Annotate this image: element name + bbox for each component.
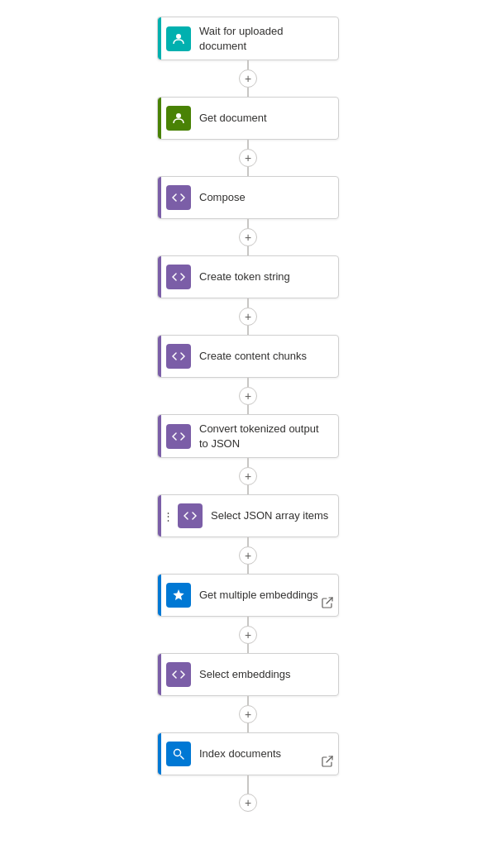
step-card-select-embeddings[interactable]: Select embeddings <box>157 653 339 696</box>
step-card-index-documents[interactable]: Index documents <box>157 732 339 775</box>
flow-container: Wait for uploaded document+Get document+… <box>0 17 496 812</box>
add-step-button[interactable]: + <box>239 626 257 644</box>
select-embeddings-label: Select embeddings <box>199 667 291 682</box>
svg-line-2 <box>327 598 332 603</box>
connector-line-bottom <box>247 565 249 574</box>
select-json-array-items-icon <box>178 503 203 528</box>
connector-line-top <box>247 219 249 228</box>
convert-tokenized-output-label: Convert tokenized output to JSON <box>199 422 330 451</box>
connector-2: + <box>239 219 257 255</box>
svg-point-3 <box>174 750 181 756</box>
connector-4: + <box>239 378 257 414</box>
compose-label: Compose <box>199 190 246 205</box>
dots-icon: ⋮ <box>163 510 174 522</box>
add-step-button[interactable]: + <box>239 467 257 485</box>
step-card-get-document[interactable]: Get document <box>157 97 339 140</box>
link-icon <box>322 597 333 611</box>
convert-tokenized-output-icon <box>166 424 191 449</box>
select-embeddings-icon <box>166 662 191 687</box>
step-wrapper-index-documents: Index documents <box>157 732 339 775</box>
svg-line-4 <box>327 756 332 762</box>
wait-for-uploaded-document-label: Wait for uploaded document <box>199 24 330 53</box>
connector-line-top <box>247 140 249 149</box>
get-document-label: Get document <box>199 111 267 126</box>
create-content-chunks-label: Create content chunks <box>199 349 307 364</box>
connector-7: + <box>239 617 257 653</box>
link-icon <box>322 756 333 770</box>
connector-8: + <box>239 696 257 732</box>
connector-line-top <box>247 60 249 69</box>
add-step-button[interactable]: + <box>239 794 257 812</box>
step-wrapper-get-multiple-embeddings: Get multiple embeddings <box>157 574 339 617</box>
connector-0: + <box>239 60 257 97</box>
connector-3: + <box>239 298 257 335</box>
step-card-create-token-string[interactable]: Create token string <box>157 255 339 298</box>
connector-line-top <box>247 617 249 626</box>
add-step-button[interactable]: + <box>239 387 257 405</box>
add-step-button[interactable]: + <box>239 69 257 88</box>
step-wrapper-convert-tokenized-output: Convert tokenized output to JSON <box>157 414 339 458</box>
create-token-string-label: Create token string <box>199 269 290 284</box>
add-step-button[interactable]: + <box>239 546 257 565</box>
step-card-get-multiple-embeddings[interactable]: Get multiple embeddings <box>157 574 339 617</box>
get-multiple-embeddings-icon <box>166 583 191 608</box>
index-documents-label: Index documents <box>199 746 281 761</box>
step-card-compose[interactable]: Compose <box>157 176 339 219</box>
step-wrapper-compose: Compose <box>157 176 339 219</box>
connector-line-bottom <box>247 723 249 732</box>
wait-for-uploaded-document-icon <box>166 26 191 51</box>
connector-line-top <box>247 458 249 467</box>
step-card-convert-tokenized-output[interactable]: Convert tokenized output to JSON <box>157 414 339 458</box>
create-content-chunks-icon <box>166 344 191 369</box>
svg-point-0 <box>176 34 181 39</box>
connector-line-bottom <box>247 644 249 653</box>
connector-line-bottom <box>247 88 249 97</box>
create-token-string-icon <box>166 265 191 289</box>
select-json-array-items-label: Select JSON array items <box>211 508 328 523</box>
connector-1: + <box>239 140 257 176</box>
add-step-button[interactable]: + <box>239 149 257 167</box>
step-wrapper-wait-for-uploaded-document: Wait for uploaded document <box>157 17 339 60</box>
add-step-button[interactable]: + <box>239 228 257 246</box>
step-wrapper-select-embeddings: Select embeddings <box>157 653 339 696</box>
connector-9: + <box>239 775 257 812</box>
add-step-button[interactable]: + <box>239 705 257 723</box>
connector-line-bottom <box>247 246 249 255</box>
index-documents-icon <box>166 742 191 766</box>
compose-icon <box>166 185 191 210</box>
connector-line-top <box>247 696 249 705</box>
connector-line-bottom <box>247 326 249 335</box>
get-document-icon <box>166 106 191 131</box>
connector-line-top <box>247 378 249 387</box>
connector-line-bottom <box>247 485 249 494</box>
connector-5: + <box>239 458 257 494</box>
connector-line-top <box>247 775 249 794</box>
step-wrapper-get-document: Get document <box>157 97 339 140</box>
step-card-wait-for-uploaded-document[interactable]: Wait for uploaded document <box>157 17 339 60</box>
step-card-select-json-array-items[interactable]: ⋮Select JSON array items <box>157 494 339 537</box>
connector-line-top <box>247 298 249 308</box>
connector-line-top <box>247 537 249 546</box>
step-wrapper-create-content-chunks: Create content chunks <box>157 335 339 378</box>
step-card-create-content-chunks[interactable]: Create content chunks <box>157 335 339 378</box>
step-wrapper-create-token-string: Create token string <box>157 255 339 298</box>
connector-line-bottom <box>247 405 249 414</box>
add-step-button[interactable]: + <box>239 308 257 326</box>
svg-point-1 <box>176 113 181 118</box>
get-multiple-embeddings-label: Get multiple embeddings <box>199 588 318 603</box>
connector-6: + <box>239 537 257 574</box>
connector-line-bottom <box>247 167 249 176</box>
step-wrapper-select-json-array-items: ⋮Select JSON array items <box>157 494 339 537</box>
